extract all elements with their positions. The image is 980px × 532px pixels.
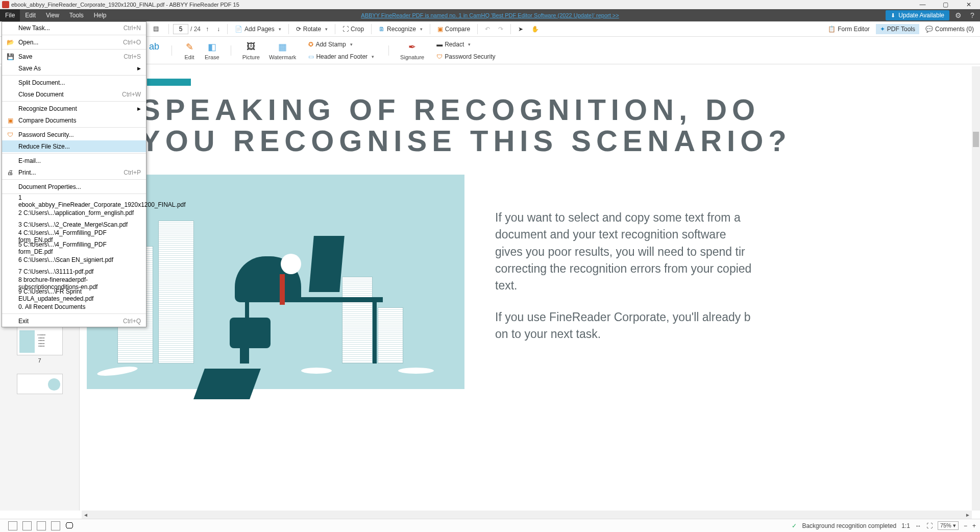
erase-tool[interactable]: ◧Erase	[205, 41, 219, 60]
menu-print[interactable]: 🖨Print...Ctrl+P	[2, 166, 146, 178]
promo-link[interactable]: ABBYY FineReader PDF is named no. 1 in C…	[361, 12, 619, 18]
document-viewport[interactable]: SPEAKING OF RECOGNITION, DO YOU RECOGNIS…	[82, 66, 972, 511]
menu-recent-1[interactable]: 2 C:\Users\...\application_form_english.…	[2, 207, 146, 219]
text-tool-ab[interactable]: ab	[148, 41, 160, 60]
status-bar: 🖵 ✓ Background recognition completed 1:1…	[0, 519, 980, 532]
menu-save-as[interactable]: Save As▶	[2, 62, 146, 74]
add-stamp-button[interactable]: ✪Add Stamp	[305, 39, 377, 50]
main-toolbar: ▤ / 24 ↑ ↓ 📄Add Pages ⟳Rotate ⛶Crop 🗎Rec…	[0, 21, 980, 37]
menu-file[interactable]: File	[0, 9, 20, 21]
zoom-out-button[interactable]: −	[964, 522, 967, 529]
shield-icon: 🛡	[6, 131, 14, 139]
thumbnails-toggle[interactable]: ▤	[150, 23, 164, 35]
save-icon: 💾	[6, 53, 14, 61]
header-footer-button[interactable]: ▭Header and Footer	[305, 52, 377, 62]
print-icon: 🖨	[6, 168, 14, 177]
fit-width-icon[interactable]: ↔	[915, 522, 921, 529]
menu-recent-5[interactable]: 6 C:\Users\...\Scan EN_signiert.pdf	[2, 254, 146, 265]
file-menu-dropdown: New Task...Ctrl+N 📂Open...Ctrl+O 💾SaveCt…	[2, 21, 146, 327]
redact-button[interactable]: ▬Redact	[433, 39, 498, 50]
add-pages-button[interactable]: 📄Add Pages	[232, 24, 284, 34]
rotate-button[interactable]: ⟳Rotate	[293, 24, 331, 34]
status-check-icon: ✓	[792, 522, 797, 529]
menu-compare-documents[interactable]: ▣Compare Documents	[2, 114, 146, 126]
menu-tools[interactable]: Tools	[64, 9, 89, 21]
help-icon[interactable]: ?	[967, 10, 978, 21]
titlebar: ebook_abbyy_FineReader_Corporate_1920x12…	[0, 0, 980, 9]
compare-button[interactable]: ▣Compare	[434, 24, 473, 34]
menu-recent-8[interactable]: 9 C:\Users\...\FR Sprint EULA_updates_ne…	[2, 289, 146, 301]
view-single-page[interactable]	[8, 521, 17, 530]
undo-button[interactable]: ↶	[482, 24, 493, 34]
menu-split-document[interactable]: Split Document...	[2, 77, 146, 88]
vertical-scrollbar[interactable]	[972, 66, 980, 511]
comments-button[interactable]: 💬Comments (0)	[922, 24, 977, 34]
menu-close-document[interactable]: Close DocumentCtrl+W	[2, 88, 146, 100]
menu-reduce-file-size[interactable]: Reduce File Size...	[2, 140, 146, 152]
thumbnail-label: 7	[0, 357, 79, 364]
prev-page-button[interactable]: ↑	[203, 24, 212, 34]
picture-tool[interactable]: 🖼Picture	[242, 41, 260, 60]
menu-document-properties[interactable]: Document Properties...	[2, 181, 146, 192]
settings-icon[interactable]: ⚙	[952, 10, 964, 21]
menu-view[interactable]: View	[41, 9, 64, 21]
view-two-page[interactable]	[37, 521, 46, 530]
hand-tool[interactable]: ✋	[528, 24, 542, 34]
menubar: File Edit View Tools Help ABBYY FineRead…	[0, 9, 980, 21]
compare-icon: ▣	[6, 116, 14, 125]
menu-email[interactable]: E-mail...	[2, 155, 146, 166]
window-title: ebook_abbyy_FineReader_Corporate_1920x12…	[11, 2, 239, 8]
recognize-button[interactable]: 🗎Recognize	[376, 24, 426, 34]
crop-button[interactable]: ⛶Crop	[339, 24, 367, 34]
form-editor-button[interactable]: 📋Form Editor	[825, 24, 873, 34]
menu-exit[interactable]: ExitCtrl+Q	[2, 315, 146, 327]
next-page-button[interactable]: ↓	[214, 24, 223, 34]
page-number-input[interactable]	[173, 24, 188, 34]
accent-bar	[147, 79, 191, 86]
recognition-status: Background recognition completed	[802, 522, 896, 529]
watermark-tool[interactable]: ▦Watermark	[269, 41, 296, 60]
folder-icon: 📂	[6, 38, 14, 46]
page-thumbnail-7[interactable]: ■ ■■■■■■■■■■■■■■■■■■■■■■■■■	[17, 327, 63, 355]
menu-recent-0[interactable]: 1 ebook_abbyy_FineReader_Corporate_1920x…	[2, 195, 146, 207]
menu-save[interactable]: 💾SaveCtrl+S	[2, 51, 146, 62]
password-security-button[interactable]: 🛡Password Security	[433, 52, 498, 62]
body-text: If you want to select and copy some text…	[495, 209, 755, 357]
menu-open[interactable]: 📂Open...Ctrl+O	[2, 36, 146, 48]
page-thumbnail-8[interactable]	[17, 374, 63, 394]
menu-edit[interactable]: Edit	[20, 9, 41, 21]
zoom-in-button[interactable]: +	[972, 522, 976, 529]
menu-password-security[interactable]: 🛡Password Security...	[2, 129, 146, 140]
menu-new-task[interactable]: New Task...Ctrl+N	[2, 22, 146, 34]
horizontal-scrollbar[interactable]: ◄►	[82, 511, 972, 519]
minimize-button[interactable]: —	[911, 0, 934, 9]
page-total: / 24	[190, 26, 201, 33]
document-page: SPEAKING OF RECOGNITION, DO YOU RECOGNIS…	[82, 66, 972, 393]
menu-all-recent[interactable]: 0. All Recent Documents	[2, 301, 146, 312]
pdf-tools-button[interactable]: ✦PDF Tools	[876, 24, 919, 34]
view-presentation[interactable]: 🖵	[65, 521, 75, 530]
menu-help[interactable]: Help	[89, 9, 112, 21]
close-button[interactable]: ✕	[957, 0, 980, 9]
pointer-tool[interactable]: ➤	[515, 24, 526, 34]
signature-tool[interactable]: ✒Signature	[400, 41, 424, 60]
update-available-button[interactable]: Update Available	[886, 10, 949, 20]
edit-tool[interactable]: ✎Edit	[183, 41, 195, 60]
view-continuous[interactable]	[22, 521, 32, 530]
redo-button[interactable]: ↷	[495, 24, 506, 34]
view-two-continuous[interactable]	[51, 521, 60, 530]
fit-page-icon[interactable]: ⛶	[926, 522, 933, 529]
maximize-button[interactable]: ▢	[934, 0, 957, 9]
zoom-select[interactable]: 75% ▾	[938, 521, 959, 530]
page-heading: SPEAKING OF RECOGNITION, DO YOU RECOGNIS…	[140, 94, 819, 157]
menu-recognize-document[interactable]: Recognize Document▶	[2, 103, 146, 114]
app-icon	[2, 1, 9, 8]
scale-label[interactable]: 1:1	[901, 522, 910, 529]
edit-toolbar: ab ✎Edit ◧Erase 🖼Picture ▦Watermark ✪Add…	[0, 37, 980, 64]
menu-recent-4[interactable]: 5 C:\Users\...\4_Formfilling_PDF form_DE…	[2, 242, 146, 254]
